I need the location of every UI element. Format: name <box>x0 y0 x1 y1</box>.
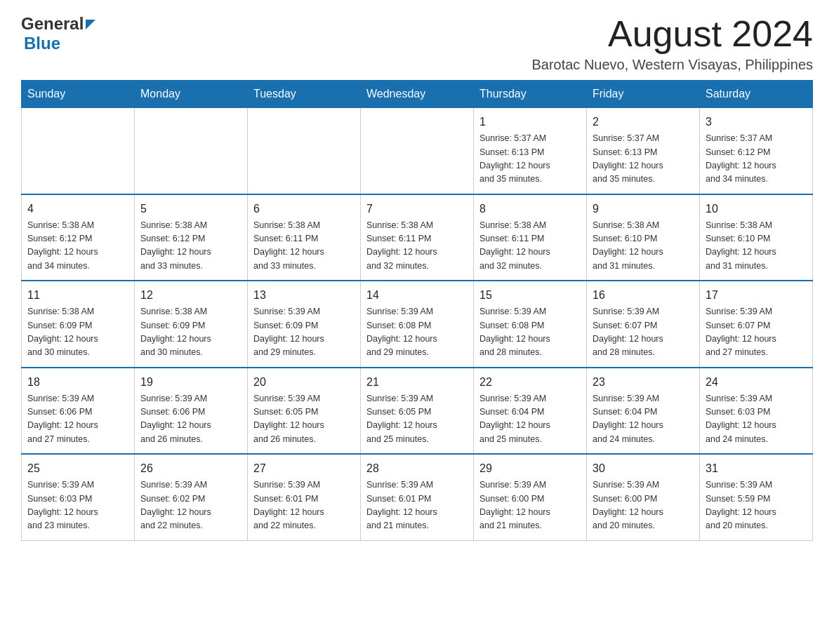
day-info: Sunrise: 5:39 AMSunset: 6:01 PMDaylight:… <box>366 478 468 533</box>
calendar-header-row: SundayMondayTuesdayWednesdayThursdayFrid… <box>22 81 813 108</box>
month-year-title: August 2024 <box>531 14 813 54</box>
day-number: 8 <box>479 201 581 217</box>
day-info: Sunrise: 5:39 AMSunset: 6:01 PMDaylight:… <box>253 478 355 533</box>
day-info: Sunrise: 5:39 AMSunset: 6:04 PMDaylight:… <box>479 392 581 447</box>
day-info: Sunrise: 5:39 AMSunset: 6:08 PMDaylight:… <box>479 305 581 360</box>
calendar-cell: 12Sunrise: 5:38 AMSunset: 6:09 PMDayligh… <box>135 281 248 368</box>
day-info: Sunrise: 5:39 AMSunset: 6:09 PMDaylight:… <box>253 305 355 360</box>
day-header-sunday: Sunday <box>22 81 135 108</box>
day-number: 19 <box>140 374 241 391</box>
calendar-cell: 13Sunrise: 5:39 AMSunset: 6:09 PMDayligh… <box>248 281 361 368</box>
day-info: Sunrise: 5:39 AMSunset: 6:05 PMDaylight:… <box>253 392 355 447</box>
day-number: 15 <box>479 287 581 304</box>
day-number: 29 <box>479 460 581 477</box>
day-info: Sunrise: 5:38 AMSunset: 6:10 PMDaylight:… <box>706 219 807 274</box>
day-info: Sunrise: 5:39 AMSunset: 6:07 PMDaylight:… <box>593 305 694 360</box>
day-number: 11 <box>27 287 128 304</box>
day-info: Sunrise: 5:39 AMSunset: 6:08 PMDaylight:… <box>366 305 468 360</box>
calendar-cell: 26Sunrise: 5:39 AMSunset: 6:02 PMDayligh… <box>135 454 248 540</box>
day-header-wednesday: Wednesday <box>361 81 474 108</box>
calendar-cell: 19Sunrise: 5:39 AMSunset: 6:06 PMDayligh… <box>135 368 248 455</box>
day-info: Sunrise: 5:39 AMSunset: 6:00 PMDaylight:… <box>593 478 694 533</box>
calendar-week-row: 25Sunrise: 5:39 AMSunset: 6:03 PMDayligh… <box>22 454 813 540</box>
calendar-cell: 11Sunrise: 5:38 AMSunset: 6:09 PMDayligh… <box>22 281 135 368</box>
day-number: 2 <box>593 114 694 130</box>
calendar-cell: 22Sunrise: 5:39 AMSunset: 6:04 PMDayligh… <box>474 368 587 455</box>
day-number: 28 <box>366 460 468 477</box>
calendar-cell <box>248 108 361 194</box>
day-info: Sunrise: 5:39 AMSunset: 6:03 PMDaylight:… <box>706 392 807 447</box>
calendar-cell: 9Sunrise: 5:38 AMSunset: 6:10 PMDaylight… <box>587 194 700 281</box>
day-number: 3 <box>706 114 807 130</box>
calendar-cell: 4Sunrise: 5:38 AMSunset: 6:12 PMDaylight… <box>22 194 135 281</box>
day-number: 6 <box>253 201 355 217</box>
day-info: Sunrise: 5:39 AMSunset: 6:07 PMDaylight:… <box>706 305 807 360</box>
day-info: Sunrise: 5:39 AMSunset: 6:06 PMDaylight:… <box>140 392 241 447</box>
calendar-week-row: 18Sunrise: 5:39 AMSunset: 6:06 PMDayligh… <box>22 368 813 455</box>
day-number: 5 <box>140 201 241 217</box>
day-number: 27 <box>253 460 355 477</box>
day-number: 21 <box>366 374 468 391</box>
calendar-cell: 16Sunrise: 5:39 AMSunset: 6:07 PMDayligh… <box>587 281 700 368</box>
calendar-cell: 8Sunrise: 5:38 AMSunset: 6:11 PMDaylight… <box>474 194 587 281</box>
day-info: Sunrise: 5:38 AMSunset: 6:09 PMDaylight:… <box>27 305 128 360</box>
day-header-saturday: Saturday <box>700 81 813 108</box>
calendar-cell: 14Sunrise: 5:39 AMSunset: 6:08 PMDayligh… <box>361 281 474 368</box>
logo-general-text: General <box>21 14 84 34</box>
day-number: 23 <box>593 374 694 391</box>
day-info: Sunrise: 5:39 AMSunset: 6:03 PMDaylight:… <box>27 478 128 533</box>
calendar-cell: 24Sunrise: 5:39 AMSunset: 6:03 PMDayligh… <box>700 368 813 455</box>
day-number: 24 <box>706 374 807 391</box>
calendar-cell <box>22 108 135 194</box>
day-info: Sunrise: 5:39 AMSunset: 6:05 PMDaylight:… <box>366 392 468 447</box>
day-number: 14 <box>366 287 468 304</box>
day-number: 7 <box>366 201 468 217</box>
day-number: 10 <box>706 201 807 217</box>
day-info: Sunrise: 5:38 AMSunset: 6:11 PMDaylight:… <box>366 219 468 274</box>
day-number: 9 <box>593 201 694 217</box>
calendar-cell: 2Sunrise: 5:37 AMSunset: 6:13 PMDaylight… <box>587 108 700 194</box>
day-info: Sunrise: 5:37 AMSunset: 6:13 PMDaylight:… <box>479 132 581 187</box>
calendar-cell: 20Sunrise: 5:39 AMSunset: 6:05 PMDayligh… <box>248 368 361 455</box>
day-number: 25 <box>27 460 128 477</box>
day-number: 20 <box>253 374 355 391</box>
day-number: 22 <box>479 374 581 391</box>
calendar-week-row: 1Sunrise: 5:37 AMSunset: 6:13 PMDaylight… <box>22 108 813 194</box>
day-info: Sunrise: 5:38 AMSunset: 6:12 PMDaylight:… <box>140 219 241 274</box>
day-info: Sunrise: 5:39 AMSunset: 6:04 PMDaylight:… <box>593 392 694 447</box>
day-info: Sunrise: 5:38 AMSunset: 6:11 PMDaylight:… <box>479 219 581 274</box>
logo-blue-text: Blue <box>24 34 60 53</box>
day-info: Sunrise: 5:38 AMSunset: 6:12 PMDaylight:… <box>27 219 128 274</box>
calendar-cell: 6Sunrise: 5:38 AMSunset: 6:11 PMDaylight… <box>248 194 361 281</box>
day-number: 16 <box>593 287 694 304</box>
day-header-monday: Monday <box>135 81 248 108</box>
day-info: Sunrise: 5:39 AMSunset: 6:00 PMDaylight:… <box>479 478 581 533</box>
location-text: Barotac Nuevo, Western Visayas, Philippi… <box>531 57 813 73</box>
day-number: 12 <box>140 287 241 304</box>
day-number: 17 <box>706 287 807 304</box>
calendar-cell: 29Sunrise: 5:39 AMSunset: 6:00 PMDayligh… <box>474 454 587 540</box>
day-info: Sunrise: 5:37 AMSunset: 6:13 PMDaylight:… <box>593 132 694 187</box>
calendar-cell: 27Sunrise: 5:39 AMSunset: 6:01 PMDayligh… <box>248 454 361 540</box>
calendar-cell: 3Sunrise: 5:37 AMSunset: 6:12 PMDaylight… <box>700 108 813 194</box>
logo: General Blue <box>21 14 95 53</box>
day-info: Sunrise: 5:38 AMSunset: 6:09 PMDaylight:… <box>140 305 241 360</box>
calendar-table: SundayMondayTuesdayWednesdayThursdayFrid… <box>21 80 813 541</box>
calendar-cell: 28Sunrise: 5:39 AMSunset: 6:01 PMDayligh… <box>361 454 474 540</box>
calendar-cell: 23Sunrise: 5:39 AMSunset: 6:04 PMDayligh… <box>587 368 700 455</box>
day-info: Sunrise: 5:38 AMSunset: 6:11 PMDaylight:… <box>253 219 355 274</box>
day-number: 4 <box>27 201 128 217</box>
day-info: Sunrise: 5:39 AMSunset: 6:02 PMDaylight:… <box>140 478 241 533</box>
day-number: 1 <box>479 114 581 130</box>
calendar-cell: 31Sunrise: 5:39 AMSunset: 5:59 PMDayligh… <box>700 454 813 540</box>
calendar-cell: 17Sunrise: 5:39 AMSunset: 6:07 PMDayligh… <box>700 281 813 368</box>
calendar-cell <box>135 108 248 194</box>
calendar-cell: 7Sunrise: 5:38 AMSunset: 6:11 PMDaylight… <box>361 194 474 281</box>
calendar-cell: 5Sunrise: 5:38 AMSunset: 6:12 PMDaylight… <box>135 194 248 281</box>
calendar-week-row: 11Sunrise: 5:38 AMSunset: 6:09 PMDayligh… <box>22 281 813 368</box>
day-info: Sunrise: 5:39 AMSunset: 5:59 PMDaylight:… <box>706 478 807 533</box>
day-number: 13 <box>253 287 355 304</box>
title-section: August 2024 Barotac Nuevo, Western Visay… <box>531 14 813 73</box>
day-header-thursday: Thursday <box>474 81 587 108</box>
page-header: General Blue August 2024 Barotac Nuevo, … <box>21 14 813 73</box>
